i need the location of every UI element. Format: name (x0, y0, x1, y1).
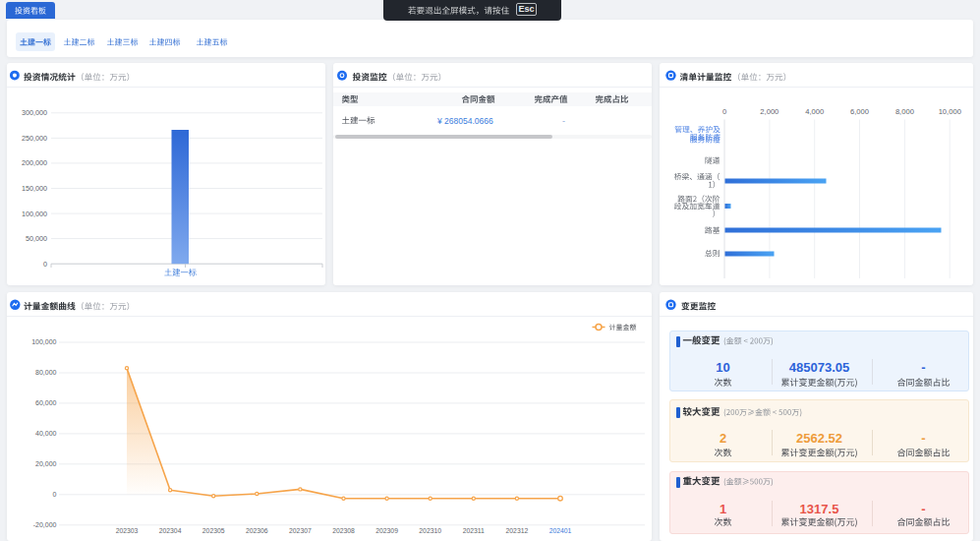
svg-text:-20,000: -20,000 (33, 521, 57, 528)
svg-text:100,000: 100,000 (31, 338, 56, 345)
svg-text:202310: 202310 (419, 527, 441, 534)
svg-text:60,000: 60,000 (35, 399, 57, 406)
svg-text:6,000: 6,000 (850, 107, 869, 116)
svg-text:40,000: 40,000 (35, 430, 57, 437)
svg-text:0: 0 (53, 491, 57, 498)
svg-text:10,000: 10,000 (939, 107, 961, 116)
svg-text:250,000: 250,000 (22, 134, 47, 143)
svg-text:¥ 268054.0666: ¥ 268054.0666 (436, 116, 493, 126)
svg-text:20,000: 20,000 (35, 460, 57, 467)
svg-text:202308: 202308 (332, 527, 355, 534)
svg-text:100,000: 100,000 (22, 210, 47, 218)
svg-text:202307: 202307 (289, 527, 312, 534)
svg-text:200,000: 200,000 (22, 158, 47, 167)
svg-text:-: - (562, 116, 565, 126)
svg-text:1317.5: 1317.5 (800, 502, 839, 516)
svg-text:202312: 202312 (506, 527, 529, 534)
svg-text:150,000: 150,000 (22, 184, 47, 193)
svg-text:2,000: 2,000 (760, 107, 778, 116)
svg-text:Esc: Esc (518, 4, 534, 14)
svg-text:202311: 202311 (463, 527, 485, 534)
svg-text:202309: 202309 (375, 527, 398, 534)
svg-text:485073.05: 485073.05 (789, 360, 849, 375)
svg-text:-: - (921, 360, 925, 375)
svg-text:202306: 202306 (246, 527, 268, 534)
svg-text:4,000: 4,000 (805, 107, 824, 116)
svg-text:300,000: 300,000 (22, 108, 47, 117)
svg-text:10: 10 (716, 360, 729, 375)
svg-text:0: 0 (43, 260, 47, 269)
svg-text:-: - (921, 431, 925, 446)
svg-text:0: 0 (722, 107, 726, 116)
svg-text:202303: 202303 (116, 527, 139, 534)
svg-text:202401: 202401 (549, 527, 572, 534)
svg-text:1: 1 (720, 502, 726, 516)
svg-text:-: - (921, 502, 925, 516)
svg-text:80,000: 80,000 (35, 369, 57, 376)
svg-text:2562.52: 2562.52 (796, 431, 842, 446)
svg-text:202304: 202304 (159, 527, 182, 534)
svg-text:50,000: 50,000 (26, 234, 47, 243)
svg-text:2: 2 (720, 431, 726, 446)
svg-text:8,000: 8,000 (895, 107, 914, 116)
svg-text:202305: 202305 (202, 527, 225, 534)
